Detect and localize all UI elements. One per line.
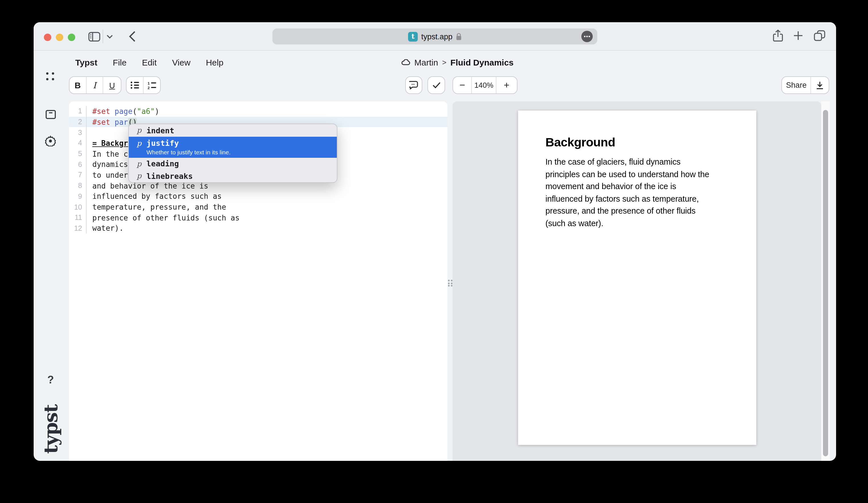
list-style-group: 1 2	[126, 76, 161, 94]
preview-scrollbar[interactable]	[821, 102, 830, 461]
document-body-line: principles can be used to understand how…	[545, 168, 739, 181]
download-icon	[816, 81, 824, 89]
autocomplete-item-linebreaks[interactable]: plinebreaks	[129, 170, 337, 182]
line-number: 6	[69, 159, 87, 170]
code-line[interactable]: 12water).	[69, 223, 447, 233]
zoom-control-group: − 140% +	[453, 76, 517, 94]
numbered-list-button[interactable]: 1 2	[143, 77, 160, 93]
autocomplete-item-indent[interactable]: pindent	[129, 124, 337, 136]
code-text: and behavior of the ice is	[87, 181, 208, 190]
code-text: presence of other fluids (such as	[87, 213, 240, 222]
close-window-button[interactable]	[44, 33, 51, 41]
line-number: 11	[69, 212, 87, 223]
code-line[interactable]: 1#set page("a6")	[69, 106, 447, 116]
share-button[interactable]: Share	[782, 77, 811, 93]
preview-pane: Background In the case of glaciers, flui…	[453, 102, 821, 461]
breadcrumb-document-title[interactable]: Fluid Dynamics	[451, 57, 514, 67]
bullet-list-icon	[131, 82, 139, 89]
menu-item-file[interactable]: File	[113, 57, 126, 67]
cloud-icon	[401, 59, 410, 65]
line-number: 12	[69, 223, 87, 233]
code-text: temperature, pressure, and the	[87, 203, 226, 211]
param-icon: p	[137, 172, 142, 180]
settings-gear-icon[interactable]	[45, 136, 56, 146]
bold-button[interactable]: B	[70, 77, 86, 93]
code-line[interactable]: 10temperature, pressure, and the	[69, 202, 447, 212]
document-body-line: In the case of glaciers, fluid dynamics	[545, 156, 739, 168]
page-settings-button[interactable]	[581, 31, 593, 42]
text-style-group: B I U	[69, 76, 121, 94]
document-body-line: influenced by factors such as temperatur…	[545, 193, 739, 205]
autocomplete-label: indent	[146, 126, 174, 135]
app-menubar: TypstFileEditViewHelp Martin > Fluid Dyn…	[34, 51, 836, 74]
document-body-line: (such as water).	[545, 217, 739, 230]
menu-item-help[interactable]: Help	[206, 57, 224, 67]
browser-window: t typst.app	[34, 22, 836, 461]
menu-item-typst[interactable]: Typst	[75, 57, 97, 67]
zoom-out-button[interactable]: −	[453, 77, 472, 93]
typst-favicon: t	[408, 32, 418, 41]
zoom-in-button[interactable]: +	[496, 77, 517, 93]
code-text: water).	[87, 224, 124, 233]
app-menu: TypstFileEditViewHelp	[75, 51, 224, 74]
document-body-line: movement and behavior of the ice is	[545, 181, 739, 193]
app-grid-icon[interactable]	[46, 72, 55, 80]
back-button-icon[interactable]	[129, 31, 136, 42]
document-heading: Background	[545, 136, 615, 150]
autocomplete-item-justify[interactable]: pjustifyWhether to justify text in its l…	[129, 136, 337, 157]
autocomplete-popup: pindentpjustifyWhether to justify text i…	[128, 124, 338, 182]
share-page-icon[interactable]	[773, 30, 783, 42]
menu-item-view[interactable]: View	[172, 57, 190, 67]
numbered-list-icon: 1 2	[148, 81, 156, 89]
autocomplete-label: linebreaks	[146, 171, 193, 181]
download-button[interactable]	[811, 77, 829, 93]
svg-text:1: 1	[148, 81, 149, 85]
line-number: 2	[69, 116, 87, 127]
breadcrumb-separator: >	[442, 58, 446, 67]
line-number: 4	[69, 138, 87, 148]
param-icon: p	[137, 159, 142, 168]
tab-overview-icon[interactable]	[814, 30, 825, 41]
chrome-divider	[103, 30, 103, 43]
preview-scrollbar-thumb[interactable]	[823, 110, 828, 456]
document-page: Background In the case of glaciers, flui…	[518, 111, 756, 445]
sidebar-toggle-icon[interactable]	[88, 32, 100, 42]
chevron-down-icon[interactable]	[106, 35, 113, 39]
italic-button[interactable]: I	[86, 77, 103, 93]
param-icon: p	[137, 126, 142, 135]
help-button[interactable]: ?	[47, 374, 54, 386]
comments-button-group	[405, 76, 422, 94]
comments-button[interactable]	[406, 77, 422, 93]
comment-bubble-icon	[409, 81, 418, 90]
breadcrumb-account[interactable]: Martin	[414, 57, 438, 67]
menu-item-edit[interactable]: Edit	[142, 57, 157, 67]
line-number: 9	[69, 191, 87, 202]
template-panel-icon[interactable]	[45, 110, 56, 119]
document-body-line: pressure, and the presence of other flui…	[545, 205, 739, 217]
line-number: 1	[69, 106, 87, 116]
document-body: In the case of glaciers, fluid dynamicsp…	[545, 156, 739, 230]
checkmark-icon	[432, 82, 440, 88]
check-button[interactable]	[428, 77, 445, 93]
address-bar[interactable]: t typst.app	[272, 29, 597, 44]
code-line[interactable]: 11presence of other fluids (such as	[69, 212, 447, 223]
autocomplete-label: leading	[146, 159, 179, 168]
code-text: influenced by factors such as	[87, 192, 222, 201]
breadcrumb: Martin > Fluid Dynamics	[401, 51, 514, 74]
lock-icon	[456, 33, 462, 40]
underline-button[interactable]: U	[103, 77, 121, 93]
line-number: 3	[69, 127, 87, 138]
zoom-level-value[interactable]: 140%	[472, 77, 496, 93]
autocomplete-item-leading[interactable]: pleading	[129, 157, 337, 170]
zoom-window-button[interactable]	[68, 33, 75, 41]
browser-chrome: t typst.app	[34, 22, 836, 51]
bullet-list-button[interactable]	[126, 77, 143, 93]
line-number: 10	[69, 202, 87, 212]
code-line[interactable]: 9influenced by factors such as	[69, 191, 447, 202]
line-number: 7	[69, 170, 87, 180]
minimize-window-button[interactable]	[55, 33, 63, 41]
autocomplete-description: Whether to justify text in its line.	[146, 148, 337, 155]
line-number: 5	[69, 149, 87, 159]
svg-text:2: 2	[148, 85, 149, 89]
new-tab-icon[interactable]	[793, 31, 803, 40]
